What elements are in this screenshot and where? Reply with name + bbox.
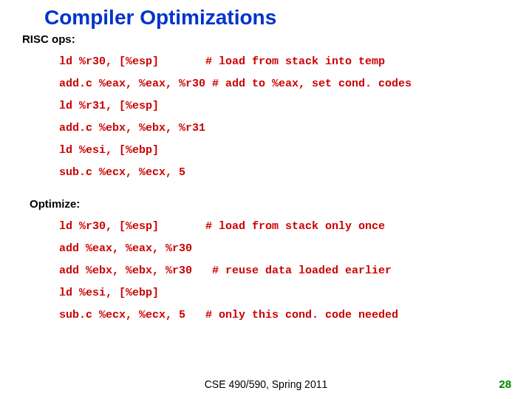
slide-title: Compiler Optimizations	[0, 0, 532, 30]
page-number: 28	[499, 378, 511, 390]
code-line: add %ebx, %ebx, %r30 # reuse data loaded…	[59, 260, 532, 282]
optimize-code-block: ld %r30, [%esp] # load from stack only o…	[0, 210, 532, 327]
code-text: ld %r30, [%esp]	[59, 55, 205, 68]
code-line: sub.c %ecx, %ecx, 5	[59, 162, 532, 184]
code-line: sub.c %ecx, %ecx, 5 # only this cond. co…	[59, 304, 532, 327]
code-line: ld %esi, [%ebp]	[59, 282, 532, 304]
risc-code-block: ld %r30, [%esp] # load from stack into t…	[0, 45, 532, 184]
code-line: add %eax, %eax, %r30	[59, 238, 532, 260]
code-comment: # add to %eax, set cond. codes	[212, 78, 412, 90]
code-text: add %ebx, %ebx, %r30	[59, 265, 212, 277]
code-line: add.c %eax, %eax, %r30 # add to %eax, se…	[59, 73, 532, 95]
code-comment: # load from stack into temp	[205, 55, 385, 68]
code-line: ld %r31, [%esp]	[59, 95, 532, 117]
code-line: ld %r30, [%esp] # load from stack only o…	[59, 216, 532, 238]
risc-ops-label: RISC ops:	[0, 30, 532, 45]
code-comment: # reuse data loaded earlier	[212, 265, 392, 277]
code-comment: # only this cond. code needed	[205, 309, 398, 321]
code-text: add.c %eax, %eax, %r30	[59, 78, 212, 90]
code-text: ld %r30, [%esp]	[59, 220, 205, 233]
code-line: ld %r30, [%esp] # load from stack into t…	[59, 51, 532, 73]
code-line: ld %esi, [%ebp]	[59, 140, 532, 162]
code-line: add.c %ebx, %ebx, %r31	[59, 117, 532, 140]
optimize-label: Optimize:	[0, 184, 532, 210]
code-text: sub.c %ecx, %ecx, 5	[59, 309, 205, 321]
footer-text: CSE 490/590, Spring 2011	[0, 378, 532, 390]
code-comment: # load from stack only once	[205, 220, 385, 233]
